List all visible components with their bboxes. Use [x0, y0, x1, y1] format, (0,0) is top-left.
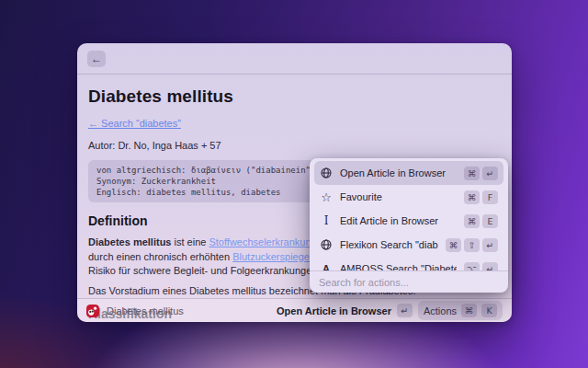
- current-item-title: Diabetes mellitus: [107, 305, 184, 316]
- author-line: Autor: Dr. No, Inga Haas + 57: [88, 140, 501, 151]
- window-header: ←: [77, 43, 512, 75]
- amboss-icon: A: [320, 264, 333, 271]
- doccheck-app-icon: [86, 305, 99, 317]
- desktop-background: ← Diabetes mellitus ← Search “diabetes” …: [0, 0, 588, 368]
- primary-action-label[interactable]: Open Article in Browser: [277, 305, 391, 316]
- text-cursor-icon: I: [320, 215, 333, 226]
- globe-icon: [320, 239, 333, 250]
- e-key-badge: E: [482, 214, 498, 228]
- back-to-search-link[interactable]: ← Search “diabetes”: [88, 118, 181, 129]
- cmd-key-badge: ⌘: [464, 214, 480, 228]
- actions-label: Actions: [424, 305, 457, 316]
- menu-item-edit-article[interactable]: I Edit Article in Browser ⌘ E: [314, 209, 503, 233]
- option-key-badge: ⌥: [464, 262, 480, 271]
- cmd-key-badge: ⌘: [461, 304, 477, 317]
- globe-icon: [320, 167, 333, 178]
- star-icon: ☆: [320, 191, 333, 203]
- actions-search-bar: [310, 270, 508, 293]
- enter-key-badge: ↵: [482, 238, 498, 252]
- back-arrow-icon: ←: [91, 52, 102, 65]
- k-key-badge: K: [481, 304, 497, 317]
- f-key-badge: F: [482, 190, 498, 204]
- back-button[interactable]: ←: [87, 51, 106, 67]
- actions-menu-list: Open Article in Browser ⌘ ↵ ☆ Favourite …: [310, 158, 508, 270]
- cmd-key-badge: ⌘: [446, 238, 461, 252]
- term-bold: Diabetes mellitus: [88, 236, 171, 247]
- link-blutzuckerspiegel[interactable]: Blutzuckerspiegel: [232, 251, 311, 262]
- menu-item-amboss-search[interactable]: A AMBOSS Search "Diabetes mellitus" ⌥ ↵: [314, 257, 503, 270]
- actions-button[interactable]: Actions ⌘ K: [418, 301, 503, 320]
- status-bar: Diabetes mellitus Open Article in Browse…: [77, 298, 512, 322]
- enter-key-badge: ↵: [397, 304, 413, 317]
- cmd-key-badge: ⌘: [464, 167, 480, 180]
- enter-key-badge: ↵: [482, 262, 498, 271]
- link-stoffwechselerkrankung[interactable]: Stoffwechselerkrankung: [209, 236, 316, 247]
- page-title: Diabetes mellitus: [88, 86, 501, 107]
- actions-search-input[interactable]: [319, 277, 499, 288]
- menu-item-open-article[interactable]: Open Article in Browser ⌘ ↵: [314, 161, 503, 185]
- menu-item-flexikon-search[interactable]: Flexikon Search "diabetes" ⌘ ⇧ ↵: [314, 233, 503, 257]
- enter-key-badge: ↵: [482, 167, 498, 180]
- cmd-key-badge: ⌘: [464, 190, 480, 204]
- footer-actions: Open Article in Browser ↵ Actions ⌘ K: [277, 301, 503, 320]
- menu-item-favourite[interactable]: ☆ Favourite ⌘ F: [314, 185, 503, 209]
- actions-menu: Open Article in Browser ⌘ ↵ ☆ Favourite …: [310, 158, 508, 293]
- shift-key-badge: ⇧: [464, 238, 480, 252]
